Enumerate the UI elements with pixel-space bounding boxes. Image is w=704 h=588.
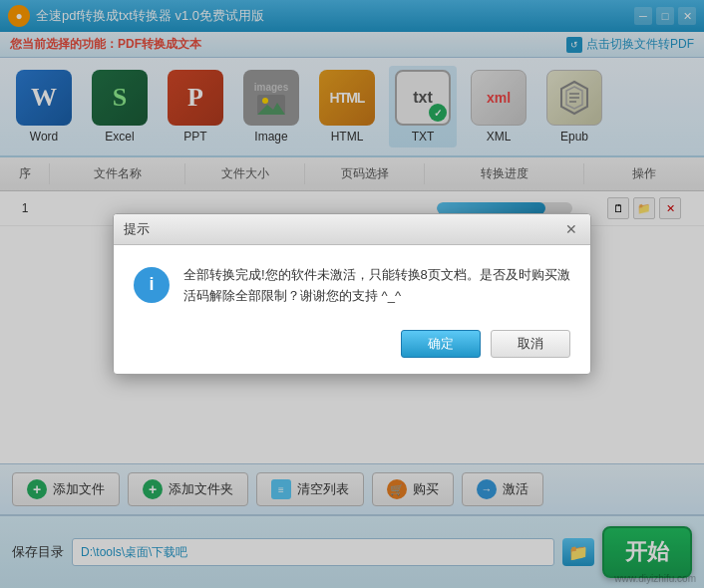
dialog-message: 全部转换完成!您的软件未激活，只能转换8页文档。是否及时购买激活码解除全部限制？… [183,265,570,307]
dialog-box: 提示 ✕ i 全部转换完成!您的软件未激活，只能转换8页文档。是否及时购买激活码… [113,213,591,376]
dialog-body: i 全部转换完成!您的软件未激活，只能转换8页文档。是否及时购买激活码解除全部限… [114,245,590,323]
dialog-footer: 确定 取消 [114,322,590,374]
dialog-title: 提示 [124,220,150,238]
dialog-confirm-button[interactable]: 确定 [401,330,481,358]
app-container: ● 全速pdf转换成txt转换器 v1.0免费试用版 ─ □ ✕ 您当前选择的功… [0,0,704,588]
dialog-overlay: 提示 ✕ i 全部转换完成!您的软件未激活，只能转换8页文档。是否及时购买激活码… [0,0,704,588]
dialog-close-button[interactable]: ✕ [562,220,580,238]
dialog-cancel-button[interactable]: 取消 [491,330,570,358]
dialog-title-bar: 提示 ✕ [114,214,590,245]
dialog-info-icon: i [134,267,170,303]
